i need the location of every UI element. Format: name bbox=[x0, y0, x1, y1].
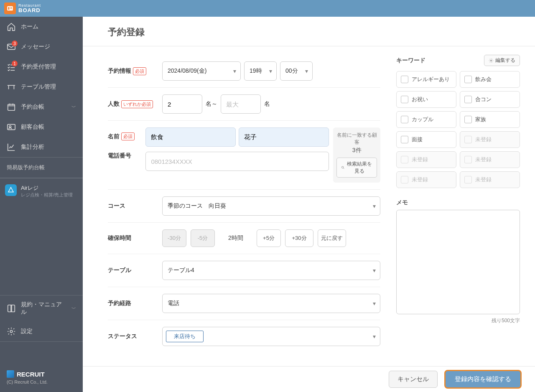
nav-messages[interactable]: 3 メッセージ bbox=[0, 37, 83, 57]
svg-rect-3 bbox=[10, 8, 12, 9]
nav-label: テーブル管理 bbox=[21, 83, 56, 91]
req-badge: 必須 bbox=[133, 67, 146, 75]
air-title: Airレジ bbox=[21, 184, 73, 192]
book-icon bbox=[7, 304, 16, 313]
hint-line2: 3件 bbox=[336, 147, 377, 154]
label-route: 予約経路 bbox=[108, 300, 131, 307]
keyword-chip[interactable]: アレルギーあり bbox=[396, 71, 456, 88]
logo-icon bbox=[4, 3, 16, 14]
page-title: 予約登録 bbox=[83, 17, 535, 46]
memo-textarea[interactable] bbox=[396, 210, 520, 314]
caret-icon: ▾ bbox=[373, 300, 376, 307]
checkbox-icon bbox=[401, 116, 408, 123]
label-table: テーブル bbox=[108, 267, 131, 274]
input-phone[interactable] bbox=[145, 152, 329, 171]
row-course: コース 季節のコース 向日葵▾ bbox=[108, 190, 380, 223]
keyword-chip-empty: 未登録 bbox=[460, 171, 520, 188]
btn-reset-time[interactable]: 元に戻す bbox=[318, 229, 346, 247]
caret-icon: ▾ bbox=[373, 203, 376, 209]
row-status: ステータス 来店待ち ▾ bbox=[108, 320, 380, 353]
select-table[interactable]: テーブル4▾ bbox=[162, 261, 380, 280]
nav-label: 集計分析 bbox=[21, 143, 44, 151]
checkbox-icon bbox=[464, 96, 472, 103]
keyword-chip-empty: 未登録 bbox=[396, 171, 456, 188]
input-name-last[interactable] bbox=[145, 127, 236, 147]
nav-reservation-receive[interactable]: 1 予約受付管理 bbox=[0, 57, 83, 77]
checkbox-icon bbox=[401, 76, 408, 83]
edit-keywords-button[interactable]: 編集する bbox=[484, 55, 520, 66]
svg-point-7 bbox=[9, 126, 11, 128]
keyword-chip-empty: 未登録 bbox=[460, 131, 520, 148]
keyword-chip[interactable]: カップル bbox=[396, 111, 456, 128]
receive-badge: 1 bbox=[12, 61, 18, 66]
side-column: キーワード 編集する アレルギーあり飲み会お祝い合コンカップル家族面接未登録未登… bbox=[396, 55, 520, 353]
select-minute[interactable]: 00分▾ bbox=[280, 61, 313, 81]
air-sub: レジ点検・精算/売上管理 bbox=[21, 192, 73, 198]
select-hour[interactable]: 19時▾ bbox=[244, 61, 277, 81]
cancel-button[interactable]: キャンセル bbox=[389, 371, 438, 388]
nav-manual[interactable]: 規約・マニュアル ﹀ bbox=[0, 295, 83, 321]
btn-minus5[interactable]: -5分 bbox=[191, 229, 215, 247]
nav-simple-ledger[interactable]: 簡易版予約台帳 bbox=[0, 158, 83, 178]
people-sep: 名～ bbox=[206, 100, 217, 108]
select-status[interactable]: 来店待ち ▾ bbox=[162, 327, 380, 346]
checkbox-icon bbox=[464, 156, 472, 163]
brand-big: BOARD bbox=[18, 8, 41, 13]
nav-label: 予約受付管理 bbox=[21, 63, 56, 71]
svg-point-9 bbox=[342, 166, 344, 168]
chevron-down-icon: ﹀ bbox=[71, 305, 76, 312]
memo-remaining: 残り500文字 bbox=[396, 317, 520, 324]
row-info: 予約情報必須 2024/08/09(金)▾ 19時▾ 00分▾ bbox=[108, 55, 380, 88]
checkbox-icon bbox=[464, 136, 472, 143]
svg-rect-0 bbox=[7, 6, 13, 11]
chart-icon bbox=[7, 143, 16, 152]
caret-icon: ▾ bbox=[269, 68, 272, 74]
recruit-text: RECRUIT bbox=[17, 371, 45, 378]
keywords-title: キーワード bbox=[396, 57, 425, 64]
topbar: Restaurant BOARD bbox=[0, 0, 535, 17]
nav-label: メッセージ bbox=[21, 43, 50, 51]
btn-minus30[interactable]: -30分 bbox=[162, 229, 186, 247]
nav-table-mgmt[interactable]: テーブル管理 bbox=[0, 77, 83, 97]
nav-analytics[interactable]: 集計分析 bbox=[0, 137, 83, 157]
nav-ledger[interactable]: 予約台帳 ﹀ bbox=[0, 97, 83, 117]
nav-customers[interactable]: 顧客台帳 bbox=[0, 117, 83, 137]
btn-plus5[interactable]: +5分 bbox=[257, 229, 281, 247]
checkbox-icon bbox=[464, 176, 472, 183]
status-chip: 来店待ち bbox=[166, 331, 204, 342]
app-logo: Restaurant BOARD bbox=[4, 3, 41, 14]
nav-label: 規約・マニュアル bbox=[21, 301, 66, 316]
keyword-chip[interactable]: 面接 bbox=[396, 131, 456, 148]
select-date[interactable]: 2024/08/09(金)▾ bbox=[162, 61, 241, 81]
nav-air-regi[interactable]: Airレジ レジ点検・精算/売上管理 bbox=[0, 178, 83, 204]
svg-point-8 bbox=[10, 330, 13, 333]
caret-icon: ▾ bbox=[373, 333, 376, 340]
nav-label: 顧客台帳 bbox=[21, 123, 44, 131]
footer: キャンセル 登録内容を確認する bbox=[83, 366, 535, 392]
view-search-results-button[interactable]: 検索結果を見る bbox=[336, 158, 377, 178]
input-people-min[interactable] bbox=[162, 94, 202, 114]
nav-home[interactable]: ホーム bbox=[0, 17, 83, 37]
req-badge: いずれか必須 bbox=[121, 100, 153, 108]
gear-icon bbox=[7, 327, 16, 336]
keyword-chip[interactable]: 飲み会 bbox=[460, 71, 520, 88]
btn-plus30[interactable]: +30分 bbox=[285, 229, 313, 247]
keyword-chip[interactable]: 合コン bbox=[460, 91, 520, 108]
confirm-button[interactable]: 登録内容を確認する bbox=[444, 370, 522, 389]
keyword-chip[interactable]: 家族 bbox=[460, 111, 520, 128]
air-icon bbox=[5, 184, 17, 196]
req-badge: 必須 bbox=[121, 132, 135, 140]
keyword-chip-empty: 未登録 bbox=[460, 151, 520, 168]
row-people: 人数いずれか必須 名～ 名 bbox=[108, 88, 380, 121]
nav-settings[interactable]: 設定 bbox=[0, 321, 83, 341]
keyword-chip-empty: 未登録 bbox=[396, 151, 456, 168]
label-course: コース bbox=[108, 202, 125, 210]
memo-label: メモ bbox=[396, 199, 520, 206]
table-icon bbox=[7, 82, 16, 92]
row-table: テーブル テーブル4▾ bbox=[108, 254, 380, 287]
select-course[interactable]: 季節のコース 向日葵▾ bbox=[162, 196, 380, 216]
keyword-chip[interactable]: お祝い bbox=[396, 91, 456, 108]
select-route[interactable]: 電話▾ bbox=[162, 294, 380, 313]
input-name-first[interactable] bbox=[239, 127, 329, 147]
input-people-max[interactable] bbox=[221, 94, 261, 114]
